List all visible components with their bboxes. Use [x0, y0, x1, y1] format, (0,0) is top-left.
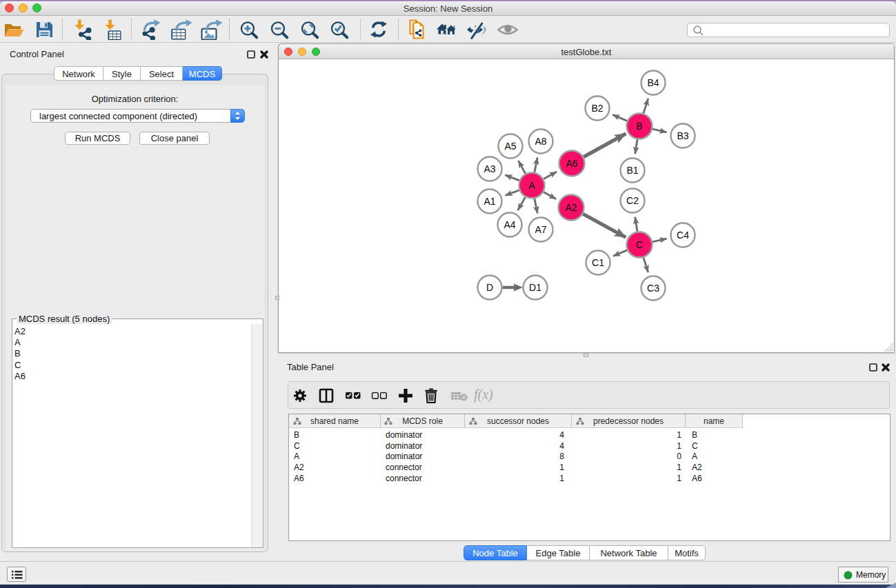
svg-text:D: D	[486, 282, 493, 293]
svg-text:A1: A1	[484, 196, 495, 207]
svg-text:A2: A2	[565, 202, 577, 213]
svg-text:A: A	[528, 180, 535, 191]
svg-text:C3: C3	[647, 283, 659, 294]
svg-text:D1: D1	[529, 282, 541, 293]
svg-text:A7: A7	[535, 224, 546, 235]
svg-text:A6: A6	[566, 158, 577, 169]
svg-text:A3: A3	[484, 163, 495, 174]
svg-text:B: B	[636, 121, 642, 132]
svg-text:B1: B1	[626, 165, 638, 176]
svg-text:C1: C1	[592, 257, 604, 268]
svg-text:A4: A4	[504, 219, 515, 230]
svg-text:A5: A5	[504, 141, 516, 152]
svg-text:A8: A8	[535, 136, 546, 147]
svg-text:C: C	[636, 239, 643, 250]
svg-text:C2: C2	[626, 195, 639, 206]
svg-text:C4: C4	[677, 230, 689, 241]
svg-text:B3: B3	[677, 130, 688, 141]
svg-text:B4: B4	[647, 77, 659, 88]
svg-text:B2: B2	[591, 103, 603, 114]
